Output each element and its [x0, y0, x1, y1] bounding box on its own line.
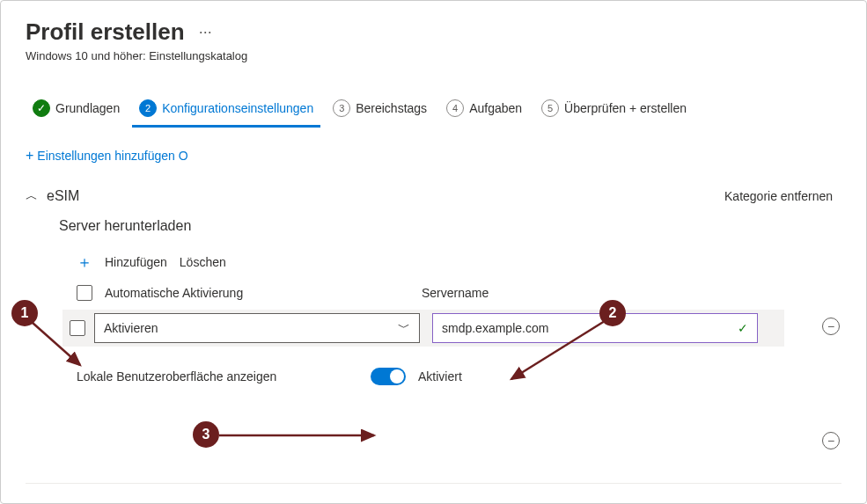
plus-icon: +	[26, 148, 33, 164]
checkmark-icon: ✓	[738, 321, 748, 335]
table-row: Aktivieren ﹀ smdp.example.com ✓	[62, 310, 784, 347]
column-servername: Servername	[422, 286, 489, 300]
local-ui-toggle[interactable]	[371, 368, 406, 385]
toggle-label: Lokale Benutzeroberfläche anzeigen	[77, 369, 358, 383]
step-number: 5	[541, 99, 559, 117]
toggle-state: Aktiviert	[418, 369, 462, 383]
plus-icon: ＋	[77, 252, 92, 273]
arrow-icon	[216, 427, 392, 444]
step-number: 2	[139, 99, 157, 117]
dropdown-value: Aktivieren	[104, 321, 158, 335]
divider	[26, 483, 841, 484]
more-icon[interactable]: ···	[199, 23, 212, 41]
remove-category-link[interactable]: Kategorie entfernen	[724, 189, 833, 203]
section-title: Server herunterladen	[59, 218, 841, 234]
step-config[interactable]: 2 Konfigurationseinstellungen	[132, 94, 320, 122]
page-title: Profil erstellen	[26, 18, 185, 46]
step-number: 4	[446, 99, 464, 117]
check-icon	[33, 99, 50, 117]
annotation-3: 3	[193, 421, 219, 448]
svg-line-1	[511, 321, 605, 379]
annotation-2: 2	[599, 300, 626, 326]
step-label: Aufgaben	[469, 101, 522, 115]
column-auto-activation: Automatische Aktivierung	[105, 286, 422, 300]
step-assignments[interactable]: 4 Aufgaben	[439, 94, 529, 122]
step-label: Überprüfen + erstellen	[564, 101, 687, 115]
step-basics[interactable]: Grundlagen	[26, 94, 127, 122]
wizard-steps: Grundlagen 2 Konfigurationseinstellungen…	[26, 94, 841, 123]
category-title: eSIM	[47, 188, 79, 204]
step-label: Konfigurationseinstellungen	[162, 101, 313, 115]
remove-row-icon[interactable]: −	[822, 432, 840, 449]
remove-row-icon[interactable]: −	[822, 318, 840, 335]
select-all-checkbox[interactable]	[77, 285, 92, 301]
chevron-up-icon[interactable]: ︿	[26, 188, 38, 204]
step-label: Bereichstags	[356, 101, 427, 115]
arrow-icon	[27, 318, 98, 388]
add-settings-label: Einstellungen hinzufügen O	[37, 149, 187, 163]
chevron-down-icon: ﹀	[398, 320, 410, 336]
activation-dropdown[interactable]: Aktivieren ﹀	[94, 313, 420, 343]
step-number: 3	[333, 99, 350, 117]
add-button[interactable]: Hinzufügen	[105, 255, 167, 269]
step-scope-tags[interactable]: 3 Bereichstags	[326, 94, 434, 122]
step-review[interactable]: 5 Überprüfen + erstellen	[534, 94, 694, 122]
delete-button[interactable]: Löschen	[180, 255, 226, 269]
page-subtitle: Windows 10 und höher: Einstellungskatalo…	[26, 49, 841, 62]
annotation-1: 1	[11, 300, 38, 326]
step-label: Grundlagen	[55, 101, 120, 115]
add-settings-link[interactable]: + Einstellungen hinzufügen O	[26, 148, 841, 164]
svg-line-0	[33, 323, 80, 365]
arrow-icon	[494, 316, 635, 395]
